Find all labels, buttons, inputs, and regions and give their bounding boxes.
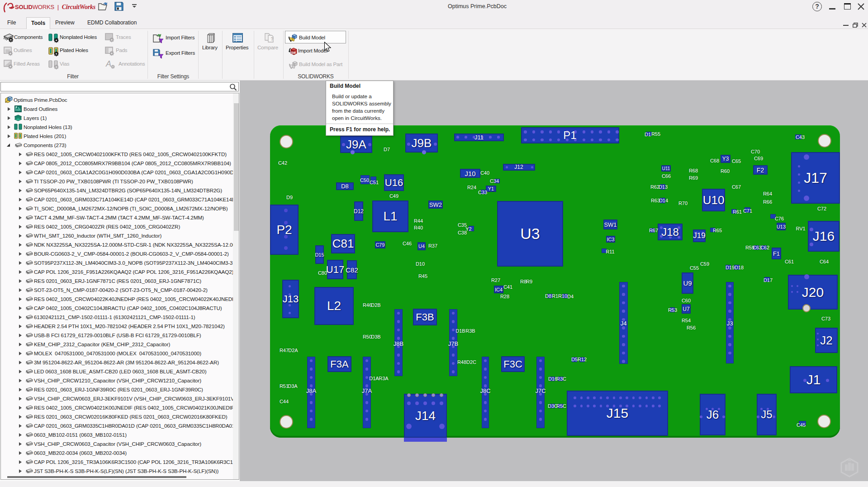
svg-text:SW: SW [291,51,296,54]
svg-text:?: ? [271,37,274,42]
